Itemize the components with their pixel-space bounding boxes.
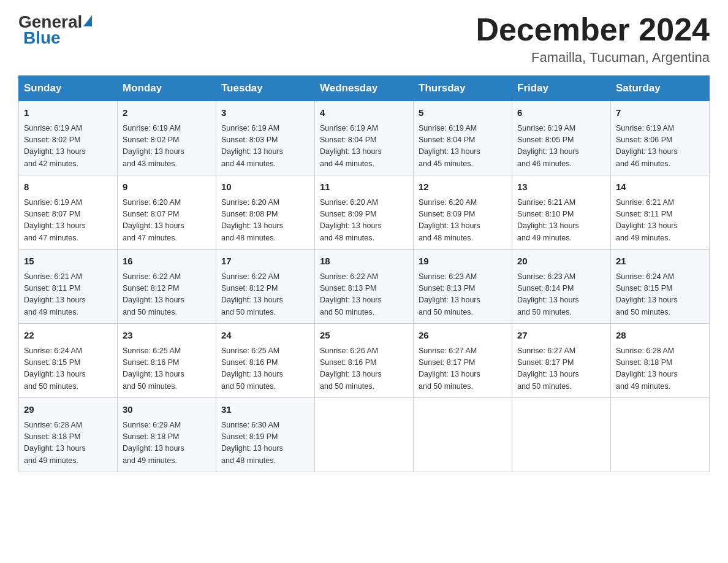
calendar-day-cell: [611, 398, 710, 472]
calendar-day-cell: [512, 398, 611, 472]
day-number: 29: [24, 403, 112, 417]
day-number: 10: [221, 180, 309, 194]
day-info: Sunrise: 6:20 AMSunset: 8:07 PMDaylight:…: [123, 197, 211, 245]
calendar-day-cell: 13Sunrise: 6:21 AMSunset: 8:10 PMDayligh…: [512, 175, 611, 250]
header-wednesday: Wednesday: [315, 76, 414, 101]
calendar-week-row: 1Sunrise: 6:19 AMSunset: 8:02 PMDaylight…: [19, 101, 710, 175]
calendar-week-row: 29Sunrise: 6:28 AMSunset: 8:18 PMDayligh…: [19, 398, 710, 472]
calendar-day-cell: [315, 398, 414, 472]
calendar-header-row: Sunday Monday Tuesday Wednesday Thursday…: [19, 76, 710, 101]
day-info: Sunrise: 6:20 AMSunset: 8:09 PMDaylight:…: [320, 197, 408, 245]
day-info: Sunrise: 6:19 AMSunset: 8:05 PMDaylight:…: [517, 123, 605, 170]
day-number: 6: [517, 106, 605, 120]
calendar-day-cell: 28Sunrise: 6:28 AMSunset: 8:18 PMDayligh…: [611, 324, 710, 398]
day-info: Sunrise: 6:26 AMSunset: 8:16 PMDaylight:…: [320, 345, 408, 393]
day-number: 25: [320, 329, 408, 343]
day-info: Sunrise: 6:19 AMSunset: 8:03 PMDaylight:…: [221, 123, 309, 170]
day-info: Sunrise: 6:22 AMSunset: 8:12 PMDaylight:…: [221, 271, 309, 319]
subtitle: Famailla, Tucuman, Argentina: [476, 50, 710, 66]
header-monday: Monday: [118, 76, 216, 101]
day-info: Sunrise: 6:29 AMSunset: 8:18 PMDaylight:…: [123, 419, 211, 467]
day-info: Sunrise: 6:25 AMSunset: 8:16 PMDaylight:…: [221, 345, 309, 393]
calendar-day-cell: 19Sunrise: 6:23 AMSunset: 8:13 PMDayligh…: [414, 250, 512, 324]
day-number: 11: [320, 180, 408, 194]
calendar-week-row: 22Sunrise: 6:24 AMSunset: 8:15 PMDayligh…: [19, 324, 710, 398]
day-info: Sunrise: 6:19 AMSunset: 8:04 PMDaylight:…: [320, 123, 408, 170]
day-info: Sunrise: 6:21 AMSunset: 8:11 PMDaylight:…: [24, 271, 112, 319]
calendar-day-cell: 7Sunrise: 6:19 AMSunset: 8:06 PMDaylight…: [611, 101, 710, 175]
day-info: Sunrise: 6:28 AMSunset: 8:18 PMDaylight:…: [616, 345, 704, 393]
day-number: 4: [320, 106, 408, 120]
calendar-day-cell: 25Sunrise: 6:26 AMSunset: 8:16 PMDayligh…: [315, 324, 414, 398]
day-number: 22: [24, 329, 112, 343]
main-title: December 2024: [476, 12, 710, 47]
day-info: Sunrise: 6:19 AMSunset: 8:07 PMDaylight:…: [24, 197, 112, 245]
day-number: 14: [616, 180, 704, 194]
day-info: Sunrise: 6:22 AMSunset: 8:12 PMDaylight:…: [123, 271, 211, 319]
calendar-day-cell: 1Sunrise: 6:19 AMSunset: 8:02 PMDaylight…: [19, 101, 118, 175]
day-number: 16: [123, 255, 211, 269]
day-number: 2: [123, 106, 211, 120]
day-info: Sunrise: 6:19 AMSunset: 8:04 PMDaylight:…: [419, 123, 507, 170]
calendar-day-cell: 2Sunrise: 6:19 AMSunset: 8:02 PMDaylight…: [118, 101, 216, 175]
day-number: 3: [221, 106, 309, 120]
day-info: Sunrise: 6:24 AMSunset: 8:15 PMDaylight:…: [616, 271, 704, 319]
calendar-day-cell: 8Sunrise: 6:19 AMSunset: 8:07 PMDaylight…: [19, 175, 118, 250]
day-number: 27: [517, 329, 605, 343]
day-info: Sunrise: 6:30 AMSunset: 8:19 PMDaylight:…: [221, 419, 309, 467]
day-number: 20: [517, 255, 605, 269]
calendar-day-cell: 18Sunrise: 6:22 AMSunset: 8:13 PMDayligh…: [315, 250, 414, 324]
calendar-day-cell: 11Sunrise: 6:20 AMSunset: 8:09 PMDayligh…: [315, 175, 414, 250]
logo: General Blue: [18, 12, 92, 48]
day-info: Sunrise: 6:20 AMSunset: 8:09 PMDaylight:…: [419, 197, 507, 245]
day-info: Sunrise: 6:22 AMSunset: 8:13 PMDaylight:…: [320, 271, 408, 319]
calendar-week-row: 15Sunrise: 6:21 AMSunset: 8:11 PMDayligh…: [19, 250, 710, 324]
calendar-day-cell: 6Sunrise: 6:19 AMSunset: 8:05 PMDaylight…: [512, 101, 611, 175]
day-number: 13: [517, 180, 605, 194]
day-number: 24: [221, 329, 309, 343]
day-info: Sunrise: 6:19 AMSunset: 8:06 PMDaylight:…: [616, 123, 704, 170]
day-info: Sunrise: 6:23 AMSunset: 8:14 PMDaylight:…: [517, 271, 605, 319]
day-info: Sunrise: 6:21 AMSunset: 8:10 PMDaylight:…: [517, 197, 605, 245]
calendar-day-cell: 21Sunrise: 6:24 AMSunset: 8:15 PMDayligh…: [611, 250, 710, 324]
page-header: General Blue December 2024 Famailla, Tuc…: [18, 12, 710, 66]
day-number: 5: [419, 106, 507, 120]
day-info: Sunrise: 6:24 AMSunset: 8:15 PMDaylight:…: [24, 345, 112, 393]
header-friday: Friday: [512, 76, 611, 101]
day-info: Sunrise: 6:28 AMSunset: 8:18 PMDaylight:…: [24, 419, 112, 467]
day-number: 26: [419, 329, 507, 343]
calendar-day-cell: 9Sunrise: 6:20 AMSunset: 8:07 PMDaylight…: [118, 175, 216, 250]
day-info: Sunrise: 6:27 AMSunset: 8:17 PMDaylight:…: [419, 345, 507, 393]
day-number: 30: [123, 403, 211, 417]
day-number: 8: [24, 180, 112, 194]
calendar-week-row: 8Sunrise: 6:19 AMSunset: 8:07 PMDaylight…: [19, 175, 710, 250]
day-info: Sunrise: 6:19 AMSunset: 8:02 PMDaylight:…: [24, 123, 112, 170]
day-number: 15: [24, 255, 112, 269]
day-number: 28: [616, 329, 704, 343]
day-number: 19: [419, 255, 507, 269]
day-number: 9: [123, 180, 211, 194]
day-number: 1: [24, 106, 112, 120]
calendar-day-cell: 3Sunrise: 6:19 AMSunset: 8:03 PMDaylight…: [216, 101, 315, 175]
calendar-day-cell: 12Sunrise: 6:20 AMSunset: 8:09 PMDayligh…: [414, 175, 512, 250]
day-info: Sunrise: 6:25 AMSunset: 8:16 PMDaylight:…: [123, 345, 211, 393]
calendar-day-cell: [414, 398, 512, 472]
header-tuesday: Tuesday: [216, 76, 315, 101]
day-number: 18: [320, 255, 408, 269]
header-sunday: Sunday: [19, 76, 118, 101]
day-number: 23: [123, 329, 211, 343]
day-info: Sunrise: 6:19 AMSunset: 8:02 PMDaylight:…: [123, 123, 211, 170]
calendar-day-cell: 5Sunrise: 6:19 AMSunset: 8:04 PMDaylight…: [414, 101, 512, 175]
calendar-day-cell: 24Sunrise: 6:25 AMSunset: 8:16 PMDayligh…: [216, 324, 315, 398]
day-number: 7: [616, 106, 704, 120]
calendar-day-cell: 27Sunrise: 6:27 AMSunset: 8:17 PMDayligh…: [512, 324, 611, 398]
day-info: Sunrise: 6:20 AMSunset: 8:08 PMDaylight:…: [221, 197, 309, 245]
calendar-day-cell: 22Sunrise: 6:24 AMSunset: 8:15 PMDayligh…: [19, 324, 118, 398]
calendar-day-cell: 31Sunrise: 6:30 AMSunset: 8:19 PMDayligh…: [216, 398, 315, 472]
calendar-day-cell: 14Sunrise: 6:21 AMSunset: 8:11 PMDayligh…: [611, 175, 710, 250]
calendar-day-cell: 17Sunrise: 6:22 AMSunset: 8:12 PMDayligh…: [216, 250, 315, 324]
header-thursday: Thursday: [414, 76, 512, 101]
calendar-day-cell: 20Sunrise: 6:23 AMSunset: 8:14 PMDayligh…: [512, 250, 611, 324]
day-info: Sunrise: 6:27 AMSunset: 8:17 PMDaylight:…: [517, 345, 605, 393]
title-section: December 2024 Famailla, Tucuman, Argenti…: [476, 12, 710, 66]
